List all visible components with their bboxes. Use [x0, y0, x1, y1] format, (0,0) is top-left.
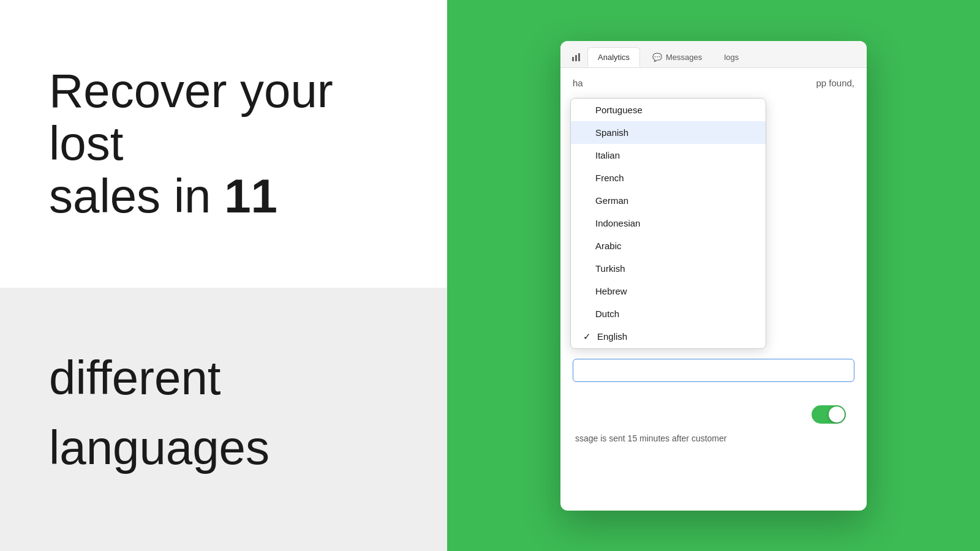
dropdown-item-french[interactable]: French [571, 167, 766, 189]
dropdown-container: Portuguese Spanish Italian French German… [560, 88, 867, 349]
toggle-description: ssage is sent 15 minutes after customer [575, 433, 852, 443]
hero-section: Recover your lost sales in 11 [0, 0, 447, 288]
dropdown-item-portuguese[interactable]: Portuguese [571, 99, 766, 121]
dropdown-item-arabic[interactable]: Arabic [571, 234, 766, 257]
analytics-icon [570, 51, 582, 63]
messages-icon: 💬 [652, 53, 662, 62]
hero-line1-text: Recover your lost [49, 64, 333, 170]
tab-messages-label: Messages [666, 53, 702, 62]
svg-rect-1 [575, 55, 577, 61]
toggle-row [575, 405, 852, 424]
dropdown-item-hebrew[interactable]: Hebrew [571, 280, 766, 302]
tab-logs[interactable]: logs [714, 48, 748, 67]
hero-number: 11 [224, 169, 277, 223]
toggle-section: ssage is sent 15 minutes after customer [560, 387, 867, 462]
tagline-line1: different [49, 350, 398, 407]
dropdown-item-english[interactable]: English [571, 325, 766, 348]
text-input-partial[interactable] [573, 359, 854, 382]
hero-line1: Recover your lost [49, 65, 398, 170]
hero-text-block: Recover your lost sales in 11 [49, 65, 398, 222]
hero-line2: sales in 11 [49, 170, 398, 223]
partial-right: pp found, [816, 78, 854, 88]
dropdown-item-turkish[interactable]: Turkish [571, 257, 766, 280]
partial-left: ha [573, 78, 583, 88]
dropdown-item-spanish[interactable]: Spanish [571, 121, 766, 144]
partial-content-row: ha pp found, [560, 68, 867, 88]
tagline-line2: languages [49, 419, 398, 477]
tab-messages[interactable]: 💬 Messages [643, 48, 712, 67]
toggle-knob [829, 407, 845, 422]
tab-analytics[interactable]: Analytics [587, 47, 640, 67]
dropdown-item-dutch[interactable]: Dutch [571, 302, 766, 325]
svg-rect-0 [572, 57, 574, 61]
tagline-section: different languages [0, 288, 447, 551]
card-spacer [560, 462, 867, 511]
tab-analytics-label: Analytics [598, 53, 630, 62]
partial-input-area [560, 349, 867, 387]
tab-logs-label: logs [724, 53, 739, 62]
tab-bar: Analytics 💬 Messages logs [560, 41, 867, 68]
dropdown-item-italian[interactable]: Italian [571, 144, 766, 167]
left-panel: Recover your lost sales in 11 different … [0, 0, 447, 551]
hero-line2-prefix: sales in [49, 169, 224, 223]
dropdown-item-indonesian[interactable]: Indonesian [571, 212, 766, 234]
svg-rect-2 [578, 53, 580, 61]
app-window: Analytics 💬 Messages logs ha pp found, P… [560, 41, 867, 511]
language-dropdown[interactable]: Portuguese Spanish Italian French German… [570, 98, 766, 349]
dropdown-item-german[interactable]: German [571, 189, 766, 212]
toggle-switch[interactable] [812, 405, 846, 424]
right-panel: Analytics 💬 Messages logs ha pp found, P… [447, 0, 980, 551]
